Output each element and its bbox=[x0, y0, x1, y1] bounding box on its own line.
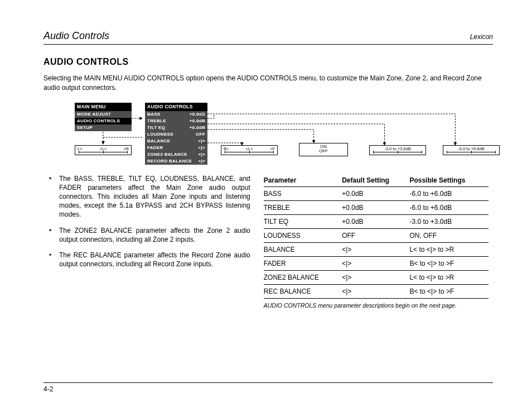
table-cell: ZONE2 BALANCE bbox=[264, 270, 342, 284]
table-cell: <|> bbox=[342, 242, 409, 256]
table-header-possible: Possible Settings bbox=[409, 174, 488, 187]
table-cell: B< to <|> to >F bbox=[409, 284, 488, 298]
table-row: LOUDNESSOFFON, OFF bbox=[264, 228, 489, 242]
table-row: FADER<|>B< to <|> to >F bbox=[264, 256, 489, 270]
table-cell: BALANCE bbox=[264, 242, 342, 256]
range-box-2: -6.0 to +6.0dB bbox=[443, 145, 500, 155]
table-cell: FADER bbox=[264, 256, 342, 270]
audio-menu-item: ZONE2 BALANCE<|> bbox=[145, 151, 207, 158]
range-box-1: -3.0 to +3.0dB bbox=[369, 145, 426, 155]
table-footnote: AUDIO CONTROLS menu parameter descriptio… bbox=[264, 302, 489, 309]
bullet-item: The ZONE2 BALANCE parameter affects the … bbox=[43, 226, 250, 244]
table-cell: REC BALANCE bbox=[264, 284, 342, 298]
bullet-item: The BASS, TREBLE, TILT EQ, LOUDNESS, BAL… bbox=[43, 174, 250, 219]
table-row: BASS+0.0dB-6.0 to +6.0dB bbox=[264, 186, 489, 200]
audio-menu-item: TREBLE+0.0dB bbox=[145, 118, 207, 124]
main-menu-item: MODE ADJUST bbox=[75, 111, 132, 118]
balance-slider: L< <L> >R bbox=[75, 145, 132, 155]
intro-paragraph: Selecting the MAIN MENU AUDIO CONTROLS o… bbox=[43, 74, 493, 93]
page-title: AUDIO CONTROLS bbox=[43, 57, 493, 67]
audio-menu-item: BALANCE<|> bbox=[145, 138, 207, 145]
main-menu-title: MAIN MENU bbox=[75, 103, 132, 111]
running-header-right: Lexicon bbox=[470, 33, 493, 41]
audio-menu-item: TILT EQ+0.0dB bbox=[145, 124, 207, 131]
on-off-box: ON OFF bbox=[299, 143, 348, 156]
table-cell: BASS bbox=[264, 186, 342, 200]
slider-label-right: >R bbox=[123, 146, 129, 151]
table-cell: +0.0dB bbox=[342, 214, 409, 228]
table-cell: +0.0dB bbox=[342, 186, 409, 200]
slider-label-right: >F bbox=[270, 146, 275, 151]
table-cell: +0.0dB bbox=[342, 200, 409, 214]
table-header-default: Default Setting bbox=[342, 174, 409, 187]
table-cell: LOUDNESS bbox=[264, 228, 342, 242]
table-cell: B< to <|> to >F bbox=[409, 256, 488, 270]
running-header-left: Audio Controls bbox=[43, 30, 109, 42]
table-row: TREBLE+0.0dB-6.0 to +6.0dB bbox=[264, 200, 489, 214]
main-menu-item: AUDIO CONTROLS bbox=[75, 118, 132, 124]
table-cell: ON, OFF bbox=[409, 228, 488, 242]
table-row: TILT EQ+0.0dB-3.0 to +3.0dB bbox=[264, 214, 489, 228]
table-cell: <|> bbox=[342, 284, 409, 298]
table-cell: OFF bbox=[342, 228, 409, 242]
table-cell: L< to <|> to >R bbox=[409, 242, 488, 256]
audio-controls-menu-box: AUDIO CONTROLS BASS+0.0dBTREBLE+0.0dBTIL… bbox=[145, 103, 207, 165]
table-cell: -6.0 to +6.0dB bbox=[409, 200, 488, 214]
body-columns: The BASS, TREBLE, TILT EQ, LOUDNESS, BAL… bbox=[43, 174, 493, 309]
menu-diagram: MAIN MENU MODE ADJUSTAUDIO CONTROLSSETUP… bbox=[75, 103, 487, 164]
page-footer: 4-2 bbox=[43, 382, 493, 393]
table-cell: TREBLE bbox=[264, 200, 342, 214]
running-header: Audio Controls Lexicon bbox=[43, 30, 493, 45]
main-menu-box: MAIN MENU MODE ADJUSTAUDIO CONTROLSSETUP bbox=[75, 103, 132, 131]
table-cell: <|> bbox=[342, 256, 409, 270]
audio-menu-item: RECORD BALANCE<|> bbox=[145, 158, 207, 165]
table-cell: -3.0 to +3.0dB bbox=[409, 214, 488, 228]
table-row: REC BALANCE<|>B< to <|> to >F bbox=[264, 284, 489, 298]
table-row: ZONE2 BALANCE<|>L< to <|> to >R bbox=[264, 270, 489, 284]
parameter-table: Parameter Default Setting Possible Setti… bbox=[264, 174, 489, 299]
off-label: OFF bbox=[299, 149, 347, 154]
table-cell: <|> bbox=[342, 270, 409, 284]
fader-slider: B< <L> >F bbox=[221, 145, 278, 155]
page-number: 4-2 bbox=[43, 385, 53, 393]
table-header-parameter: Parameter bbox=[264, 174, 342, 187]
main-menu-item: SETUP bbox=[75, 124, 132, 131]
table-row: BALANCE<|>L< to <|> to >R bbox=[264, 242, 489, 256]
audio-controls-menu-title: AUDIO CONTROLS bbox=[145, 103, 207, 111]
audio-menu-item: FADER<|> bbox=[145, 145, 207, 151]
table-cell: -6.0 to +6.0dB bbox=[409, 186, 488, 200]
bullet-item: The REC BALANCE parameter affects the Re… bbox=[43, 251, 250, 269]
audio-menu-item: LOUDNESSOFF bbox=[145, 131, 207, 138]
audio-menu-item: BASS+0.0dB bbox=[145, 111, 207, 118]
table-cell: TILT EQ bbox=[264, 214, 342, 228]
bullet-list: The BASS, TREBLE, TILT EQ, LOUDNESS, BAL… bbox=[43, 174, 250, 269]
table-cell: L< to <|> to >R bbox=[409, 270, 488, 284]
